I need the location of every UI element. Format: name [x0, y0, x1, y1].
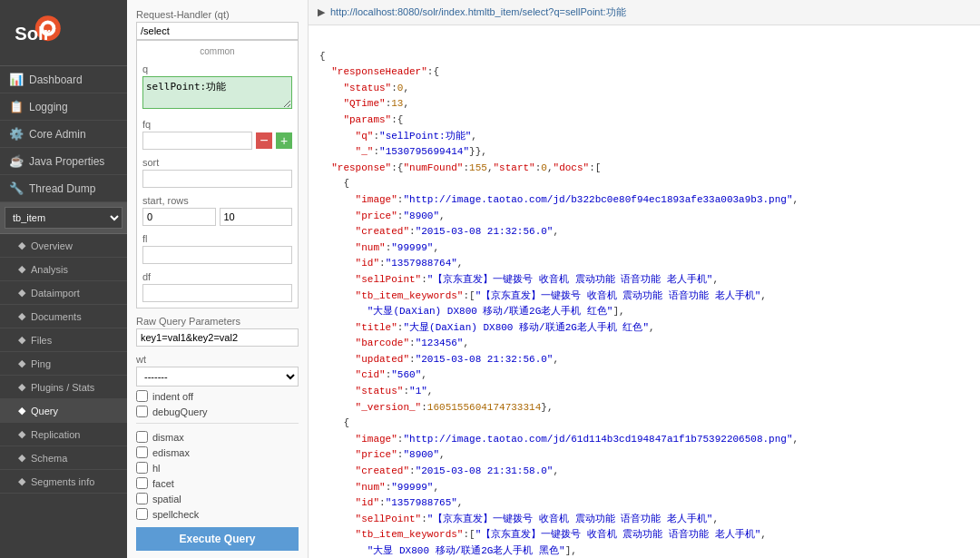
sort-label: sort — [142, 157, 292, 168]
spellcheck-row: spellcheck — [136, 508, 299, 520]
sidebar-item-schema[interactable]: ◆ Schema — [0, 446, 127, 470]
replication-icon: ◆ — [18, 428, 25, 440]
schema-icon: ◆ — [18, 452, 25, 464]
debug-query-checkbox[interactable] — [136, 406, 148, 417]
raw-query-input[interactable] — [136, 328, 299, 347]
wt-label: wt — [136, 354, 299, 365]
dismax-row: dismax — [136, 431, 299, 443]
sort-input[interactable] — [142, 170, 292, 188]
spellcheck-checkbox[interactable] — [136, 508, 148, 520]
spellcheck-label: spellcheck — [152, 509, 199, 520]
hl-label: hl — [152, 463, 161, 474]
sidebar-item-dashboard[interactable]: 📊 Dashboard — [0, 66, 127, 93]
sidebar-item-dataimport[interactable]: ◆ Dataimport — [0, 281, 127, 305]
files-icon: ◆ — [18, 334, 25, 346]
fq-add-button[interactable]: + — [276, 132, 292, 149]
fq-row: − + — [142, 132, 292, 150]
indent-label: indent off — [152, 391, 193, 402]
overview-icon: ◆ — [18, 240, 25, 251]
java-icon: ☕ — [9, 154, 24, 168]
logo-area: Solr — [0, 0, 127, 66]
edismax-row: edismax — [136, 446, 299, 458]
url-text: http://localhost:8080/solr/index.htmltb_… — [330, 5, 626, 19]
sidebar-item-query[interactable]: ◆ Query — [0, 399, 127, 423]
rows-input[interactable] — [220, 208, 293, 226]
ping-icon: ◆ — [18, 357, 25, 369]
query-icon: ◆ — [18, 405, 25, 416]
start-rows-row — [142, 208, 292, 226]
sidebar-item-replication[interactable]: ◆ Replication — [0, 423, 127, 446]
q-label: q — [142, 64, 292, 74]
analysis-icon: ◆ — [18, 263, 25, 275]
df-label: df — [142, 271, 292, 282]
core-selector[interactable]: tb_item — [0, 202, 127, 234]
json-output[interactable]: { "responseHeader":{ "status":0, "QTime"… — [309, 25, 980, 558]
sidebar-item-files[interactable]: ◆ Files — [0, 328, 127, 352]
dismax-checkbox[interactable] — [136, 431, 148, 443]
request-handler-input[interactable] — [136, 22, 299, 40]
core-select[interactable]: tb_item — [5, 207, 122, 229]
dashboard-icon: 📊 — [9, 73, 24, 86]
segments-icon: ◆ — [18, 475, 25, 487]
facet-checkbox[interactable] — [136, 477, 148, 489]
common-fieldset: common q fq − + sort start, rows fl — [136, 40, 299, 308]
fl-input[interactable] — [142, 246, 292, 264]
hl-row: hl — [136, 462, 299, 474]
sidebar-item-logging[interactable]: 📋 Logging — [0, 93, 127, 121]
indent-checkbox[interactable] — [136, 390, 148, 402]
dataimport-icon: ◆ — [18, 287, 25, 299]
df-input[interactable] — [142, 284, 292, 302]
indent-row: indent off — [136, 390, 299, 402]
sidebar-item-documents[interactable]: ◆ Documents — [0, 305, 127, 328]
core-admin-icon: ⚙️ — [9, 127, 24, 141]
json-output-panel: ▶ http://localhost:8080/solr/index.htmlt… — [309, 0, 980, 558]
sidebar-item-core-admin[interactable]: ⚙️ Core Admin — [0, 121, 127, 148]
spatial-label: spatial — [152, 494, 181, 504]
svg-text:Solr: Solr — [15, 24, 50, 44]
start-rows-label: start, rows — [142, 195, 292, 206]
facet-row: facet — [136, 477, 299, 489]
sidebar-item-overview[interactable]: ◆ Overview — [0, 234, 127, 258]
spatial-checkbox[interactable] — [136, 493, 148, 504]
hl-checkbox[interactable] — [136, 462, 148, 474]
q-input[interactable] — [142, 76, 292, 109]
sidebar-item-analysis[interactable]: ◆ Analysis — [0, 258, 127, 281]
sidebar: Solr 📊 Dashboard 📋 Logging ⚙️ Core Admin… — [0, 0, 127, 558]
edismax-label: edismax — [152, 447, 190, 458]
thread-icon: 🔧 — [9, 181, 24, 195]
url-bar: ▶ http://localhost:8080/solr/index.htmlt… — [309, 0, 980, 25]
request-handler-label: Request-Handler (qt) — [136, 9, 299, 20]
fl-label: fl — [142, 233, 292, 244]
sidebar-item-thread-dump[interactable]: 🔧 Thread Dump — [0, 175, 127, 202]
wt-select[interactable]: ------- json xml — [136, 367, 299, 387]
edismax-checkbox[interactable] — [136, 446, 148, 458]
sidebar-item-ping[interactable]: ◆ Ping — [0, 352, 127, 376]
fq-label: fq — [142, 119, 292, 130]
facet-label: facet — [152, 478, 174, 489]
spatial-row: spatial — [136, 493, 299, 504]
debug-query-row: debugQuery — [136, 406, 299, 417]
content-area: Request-Handler (qt) common q fq − + sor… — [127, 0, 980, 558]
sidebar-item-plugins[interactable]: ◆ Plugins / Stats — [0, 376, 127, 399]
solr-logo: Solr — [9, 11, 73, 56]
raw-query-label: Raw Query Parameters — [136, 316, 299, 327]
start-input[interactable] — [142, 208, 216, 226]
execute-query-button[interactable]: Execute Query — [136, 527, 299, 551]
common-legend: common — [142, 46, 292, 56]
sidebar-item-java-properties[interactable]: ☕ Java Properties — [0, 148, 127, 175]
fq-input[interactable] — [142, 132, 252, 150]
debug-query-label: debugQuery — [152, 406, 208, 417]
dismax-label: dismax — [152, 432, 184, 443]
query-panel: Request-Handler (qt) common q fq − + sor… — [127, 0, 309, 558]
logging-icon: 📋 — [9, 100, 24, 113]
plugins-icon: ◆ — [18, 381, 25, 393]
documents-icon: ◆ — [18, 310, 25, 322]
url-icon: ▶ — [318, 6, 325, 18]
sidebar-item-segments[interactable]: ◆ Segments info — [0, 470, 127, 494]
main-content: Request-Handler (qt) common q fq − + sor… — [127, 0, 980, 558]
fq-remove-button[interactable]: − — [256, 132, 272, 149]
